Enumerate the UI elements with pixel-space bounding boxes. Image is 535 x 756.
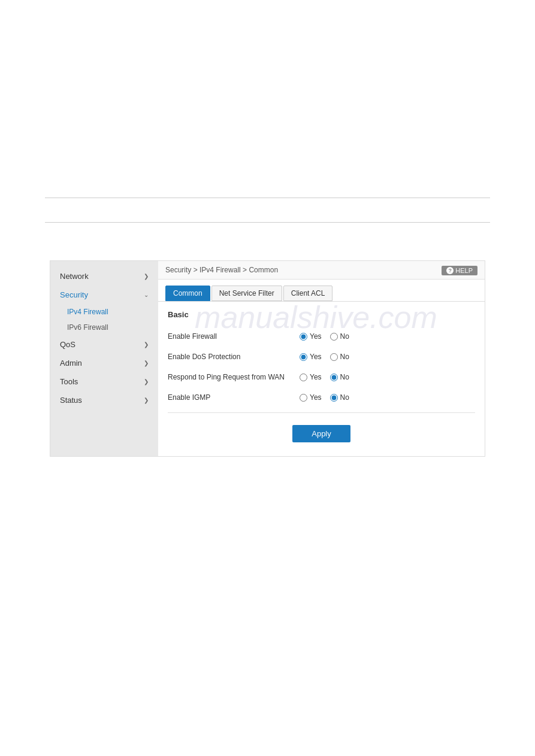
chevron-right-icon-qos: ❯ [144,341,149,348]
sidebar-item-tools[interactable]: Tools ❯ [50,372,158,391]
sidebar-item-admin[interactable]: Admin ❯ [50,354,158,372]
label-enable-firewall: Enable Firewall [168,332,300,341]
tab-net-service-filter-label: Net Service Filter [219,289,274,297]
radio-group-enable-dos: Yes No [300,353,349,361]
chevron-right-icon: ❯ [144,273,149,280]
radio-respond-ping-yes[interactable]: Yes [300,373,322,381]
label-respond-ping: Respond to Ping Request from WAN [168,373,300,381]
help-circle-icon: ? [446,267,454,274]
radio-group-respond-ping: Yes No [300,373,349,381]
radio-no-label-firewall: No [340,332,349,341]
sidebar-label-ipv6-firewall: IPv6 Firewall [67,323,108,332]
sidebar-item-ipv6-firewall[interactable]: IPv6 Firewall [50,320,158,335]
sidebar-label-tools: Tools [60,377,78,386]
radio-yes-label-dos: Yes [310,353,322,361]
content-divider [168,412,475,413]
top-decorative-lines [45,198,490,223]
tab-net-service-filter[interactable]: Net Service Filter [211,286,282,301]
radio-enable-firewall-no-input[interactable] [330,333,338,341]
apply-btn-row: Apply [168,425,475,442]
sidebar-item-security[interactable]: Security ⌄ [50,286,158,304]
chevron-right-icon-admin: ❯ [144,360,149,366]
radio-respond-ping-no[interactable]: No [330,373,349,381]
tab-client-acl[interactable]: Client ACL [283,286,333,301]
chevron-down-icon: ⌄ [144,292,149,298]
tab-common-label: Common [173,289,202,297]
sidebar-item-status[interactable]: Status ❯ [50,391,158,409]
page-wrapper: Network ❯ Security ⌄ IPv4 Firewall IPv6 … [0,0,535,756]
sidebar-item-network[interactable]: Network ❯ [50,267,158,286]
sidebar-label-security: Security [60,290,88,299]
radio-enable-dos-yes-input[interactable] [300,353,307,361]
radio-enable-firewall-yes[interactable]: Yes [300,332,322,341]
chevron-right-icon-status: ❯ [144,397,149,403]
sidebar-label-ipv4-firewall: IPv4 Firewall [67,308,108,316]
label-enable-dos: Enable DoS Protection [168,353,300,361]
tabs-bar: Common Net Service Filter Client ACL [158,280,485,302]
form-row-respond-ping: Respond to Ping Request from WAN Yes No [168,371,475,384]
content-area: Basic Enable Firewall Yes No [158,302,485,451]
sidebar: Network ❯ Security ⌄ IPv4 Firewall IPv6 … [50,261,158,456]
form-row-enable-firewall: Enable Firewall Yes No [168,330,475,343]
breadcrumb-bar: ? HELP Security > IPv4 Firewall > Common [158,261,485,280]
apply-button[interactable]: Apply [292,425,350,442]
sidebar-item-qos[interactable]: QoS ❯ [50,335,158,354]
form-row-enable-dos: Enable DoS Protection Yes No [168,350,475,363]
radio-enable-dos-no[interactable]: No [330,353,349,361]
radio-yes-label-ping: Yes [310,373,322,381]
radio-respond-ping-no-input[interactable] [330,374,338,381]
breadcrumb-text: Security > IPv4 Firewall > Common [165,266,278,274]
chevron-right-icon-tools: ❯ [144,378,149,385]
radio-enable-dos-yes[interactable]: Yes [300,353,322,361]
radio-enable-firewall-no[interactable]: No [330,332,349,341]
sidebar-label-status: Status [60,396,82,405]
form-row-enable-igmp: Enable IGMP Yes No [168,391,475,404]
radio-no-label-dos: No [340,353,349,361]
help-button[interactable]: ? HELP [442,266,477,275]
radio-yes-label-firewall: Yes [310,332,322,341]
radio-enable-igmp-yes[interactable]: Yes [300,393,322,402]
radio-enable-firewall-yes-input[interactable] [300,333,307,341]
radio-enable-igmp-no-input[interactable] [330,394,338,402]
help-label: HELP [455,267,473,274]
label-enable-igmp: Enable IGMP [168,393,300,402]
radio-no-label-igmp: No [340,393,349,402]
radio-yes-label-igmp: Yes [310,393,322,402]
ui-container: Network ❯ Security ⌄ IPv4 Firewall IPv6 … [50,260,485,457]
main-content: ? HELP Security > IPv4 Firewall > Common… [158,261,485,456]
radio-enable-igmp-yes-input[interactable] [300,394,307,402]
radio-group-enable-firewall: Yes No [300,332,349,341]
radio-respond-ping-yes-input[interactable] [300,374,307,381]
section-title-basic: Basic [168,310,475,321]
sidebar-label-admin: Admin [60,359,82,368]
radio-enable-igmp-no[interactable]: No [330,393,349,402]
sidebar-label-qos: QoS [60,340,75,349]
radio-group-enable-igmp: Yes No [300,393,349,402]
sidebar-label-network: Network [60,272,89,281]
radio-enable-dos-no-input[interactable] [330,353,338,361]
sidebar-item-ipv4-firewall[interactable]: IPv4 Firewall [50,304,158,320]
tab-client-acl-label: Client ACL [291,289,325,297]
tab-common[interactable]: Common [165,286,210,301]
radio-no-label-ping: No [340,373,349,381]
